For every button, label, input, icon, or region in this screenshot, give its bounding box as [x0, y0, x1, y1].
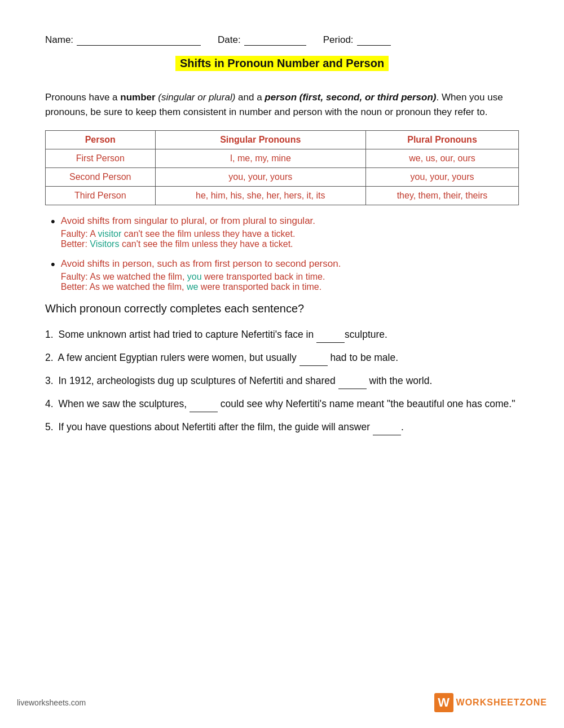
- visitors-highlight: Visitors: [90, 239, 119, 249]
- blank-5[interactable]: [373, 419, 401, 435]
- wz-w-icon: W: [434, 693, 453, 712]
- bullet-dot-1: •: [51, 214, 55, 229]
- name-blank[interactable]: [77, 34, 201, 46]
- table-cell-person-3: Third Person: [46, 186, 156, 205]
- table-cell-plural-3: they, them, their, theirs: [366, 186, 519, 205]
- you-highlight: you: [187, 272, 202, 281]
- blank-4[interactable]: [190, 396, 218, 412]
- list-item: 4. When we saw the sculptures, could see…: [45, 396, 519, 412]
- exercise-text-2a: A few ancient Egyptian rulers were women…: [58, 352, 399, 363]
- table-header-plural: Plural Pronouns: [366, 130, 519, 149]
- we-highlight: we: [187, 282, 198, 292]
- table-cell-person-1: First Person: [46, 149, 156, 167]
- exercise-text-3a: In 1912, archeologists dug up sculptures…: [58, 375, 432, 386]
- footer-liveworksheets: liveworksheets.com: [17, 698, 86, 707]
- table-row: First Person I, me, my, mine we, us, our…: [46, 149, 519, 167]
- exercise-list: 1. Some unknown artist had tried to capt…: [45, 327, 519, 435]
- bullet-item-2: • Avoid shifts in person, such as from f…: [45, 258, 519, 292]
- intro-paragraph: Pronouns have a number (singular or plur…: [45, 90, 519, 120]
- bullet-dot-2: •: [51, 257, 55, 272]
- bullet-item-1: • Avoid shifts from singular to plural, …: [45, 215, 519, 249]
- page-title: Shifts in Pronoun Number and Person: [175, 56, 389, 71]
- intro-number-italic: (singular or plural): [156, 92, 236, 103]
- period-blank[interactable]: [357, 34, 391, 46]
- bullet-section: • Avoid shifts from singular to plural, …: [45, 215, 519, 292]
- table-cell-person-2: Second Person: [46, 167, 156, 186]
- table-cell-singular-1: I, me, my, mine: [155, 149, 366, 167]
- blank-1[interactable]: [316, 327, 345, 343]
- table-cell-plural-2: you, your, yours: [366, 167, 519, 186]
- bullet-main-1: Avoid shifts from singular to plural, or…: [61, 215, 315, 227]
- table-row: Third Person he, him, his, she, her, her…: [46, 186, 519, 205]
- wz-worksheet-text: WORKSHEET: [456, 698, 520, 707]
- date-label: Date:: [218, 34, 241, 46]
- better-line-1: Better: Visitors can't see the film unle…: [61, 239, 315, 249]
- exercise-text-1a: Some unknown artist had tried to capture…: [58, 329, 387, 340]
- faulty-line-2: Faulty: As we watched the film, you were…: [61, 272, 341, 282]
- wz-brand-text: WORKSHEETZONE: [456, 698, 547, 708]
- exercise-text-5a: If you have questions about Nefertiti af…: [58, 421, 403, 433]
- exercise-num-3: 3.: [45, 375, 54, 386]
- blank-3[interactable]: [338, 373, 367, 389]
- list-item: 2. A few ancient Egyptian rulers were wo…: [45, 350, 519, 366]
- exercise-num-1: 1.: [45, 329, 54, 340]
- title-row: Shifts in Pronoun Number and Person: [45, 56, 519, 81]
- table-cell-singular-3: he, him, his, she, her, hers, it, its: [155, 186, 366, 205]
- list-item: 5. If you have questions about Nefertiti…: [45, 419, 519, 435]
- table-row: Second Person you, your, yours you, your…: [46, 167, 519, 186]
- worksheetzone-logo: W WORKSHEETZONE: [434, 693, 547, 712]
- list-item: 3. In 1912, archeologists dug up sculptu…: [45, 373, 519, 389]
- footer-logo: W WORKSHEETZONE: [434, 693, 547, 712]
- list-item: 1. Some unknown artist had tried to capt…: [45, 327, 519, 343]
- exercise-num-4: 4.: [45, 398, 54, 409]
- exercise-num-2: 2.: [45, 352, 54, 363]
- header-fields: Name: Date: Period:: [45, 34, 519, 46]
- table-cell-singular-2: you, your, yours: [155, 167, 366, 186]
- intro-and: and a: [235, 92, 265, 103]
- name-label: Name:: [45, 34, 73, 46]
- bullet-content-1: Avoid shifts from singular to plural, or…: [61, 215, 315, 249]
- table-header-person: Person: [46, 130, 156, 149]
- exercise-num-5: 5.: [45, 421, 54, 433]
- section-question: Which pronoun correctly completes each s…: [45, 302, 519, 315]
- intro-number-bold: number: [120, 92, 155, 103]
- footer: liveworksheets.com W WORKSHEETZONE: [0, 693, 564, 712]
- name-field-group: Name:: [45, 34, 201, 46]
- date-blank[interactable]: [244, 34, 306, 46]
- table-header-singular: Singular Pronouns: [155, 130, 366, 149]
- visitor-highlight: visitor: [98, 229, 122, 239]
- better-line-2: Better: As we watched the film, we were …: [61, 282, 341, 292]
- intro-person-bold-italic: person (first, second, or third person): [265, 92, 436, 103]
- intro-before-number: Pronouns have a: [45, 92, 120, 103]
- bullet-content-2: Avoid shifts in person, such as from fir…: [61, 258, 341, 292]
- bullet-main-2: Avoid shifts in person, such as from fir…: [61, 258, 341, 270]
- faulty-line-1: Faulty: A visitor can't see the film unl…: [61, 229, 315, 239]
- exercise-text-4a: When we saw the sculptures, could see wh…: [58, 398, 515, 409]
- blank-2[interactable]: [299, 350, 328, 366]
- pronoun-table: Person Singular Pronouns Plural Pronouns…: [45, 130, 519, 205]
- table-cell-plural-1: we, us, our, ours: [366, 149, 519, 167]
- wz-zone-text: ZONE: [520, 698, 547, 707]
- period-label: Period:: [323, 34, 354, 46]
- period-field-group: Period:: [323, 34, 391, 46]
- date-field-group: Date:: [218, 34, 306, 46]
